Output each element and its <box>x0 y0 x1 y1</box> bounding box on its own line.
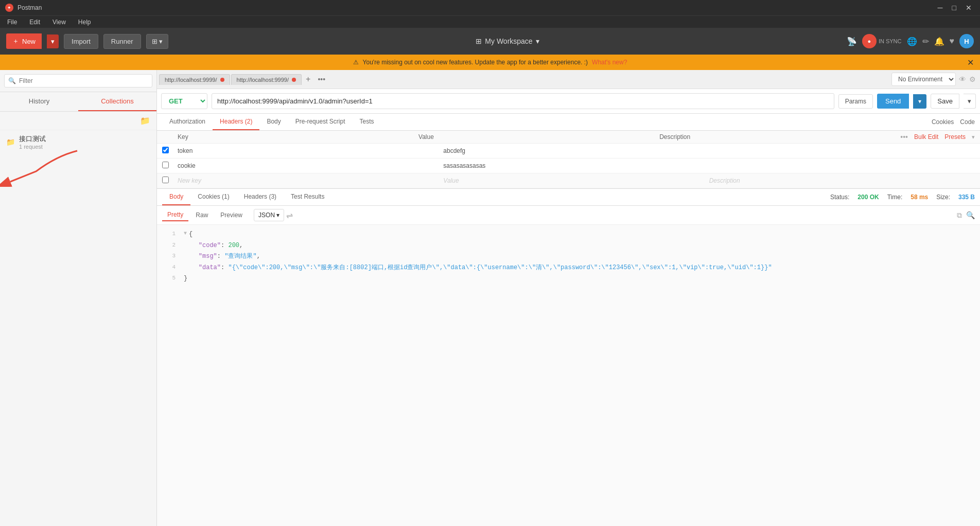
pen-icon[interactable]: ✏ <box>922 37 929 46</box>
environment-select[interactable]: No Environment <box>891 73 956 86</box>
notification-close-button[interactable]: ✕ <box>967 58 974 67</box>
send-dropdown-button[interactable]: ▾ <box>913 94 926 109</box>
toolbar-center: ⊞ My Workspace ▾ <box>173 37 842 45</box>
filter-input[interactable] <box>4 74 152 87</box>
menu-help[interactable]: Help <box>75 17 94 27</box>
send-button[interactable]: Send <box>877 94 909 109</box>
runner-button[interactable]: Runner <box>103 34 141 49</box>
add-tab-button[interactable]: + <box>303 75 313 84</box>
code-area: 1 ▼ { 2 "code": 200, 3 "msg": "查询结果", 4 … <box>157 225 980 526</box>
avatar[interactable]: H <box>959 34 974 48</box>
env-controls: No Environment 👁 ⚙ <box>887 73 980 86</box>
header-checkbox-1[interactable] <box>162 147 169 153</box>
custom-button[interactable]: ⊞ ▾ <box>146 34 169 49</box>
tab-history[interactable]: History <box>0 92 78 111</box>
response-status: Status: 200 OK Time: 58 ms Size: 335 B <box>830 194 975 201</box>
menu-view[interactable]: View <box>49 17 69 27</box>
line-content-2: "code": 200, <box>184 240 243 252</box>
response-section: Body Cookies (1) Headers (3) Test Result… <box>157 188 980 526</box>
wrap-button[interactable]: ⇌ <box>286 211 293 220</box>
bell-icon[interactable]: 🔔 <box>934 37 944 46</box>
response-tab-headers[interactable]: Headers (3) <box>237 189 284 205</box>
sidebar-actions: 📁 <box>0 112 156 130</box>
presets-button[interactable]: Presets <box>944 133 966 141</box>
notification-bar: ⚠ You're missing out on cool new feature… <box>0 55 980 70</box>
gear-icon[interactable]: ⚙ <box>969 75 976 83</box>
tab-body[interactable]: Body <box>259 114 288 130</box>
checkbox-new-col <box>162 177 178 185</box>
maximize-button[interactable]: □ <box>949 4 959 12</box>
tab-collections[interactable]: Collections <box>78 92 156 111</box>
header-actions: ••• Bulk Edit Presets ▾ <box>900 133 975 141</box>
code-link[interactable]: Code <box>960 118 975 126</box>
tab-tests[interactable]: Tests <box>352 114 381 130</box>
collection-info: 接口测试 1 request <box>19 134 150 150</box>
body-tab-pretty[interactable]: Pretty <box>162 209 188 221</box>
workspace-button[interactable]: ⊞ My Workspace ▾ <box>476 37 539 45</box>
collection-name: 接口测试 <box>19 134 150 144</box>
more-dots-icon[interactable]: ••• <box>900 133 908 141</box>
new-dropdown-button[interactable]: ▾ <box>47 34 59 48</box>
method-select[interactable]: GET <box>161 93 207 109</box>
tab-headers[interactable]: Headers (2) <box>213 114 259 130</box>
url-tabs: http://localhost:9999/ http://localhost:… <box>157 70 887 89</box>
new-label: New <box>22 38 36 45</box>
response-tab-cookies[interactable]: Cookies (1) <box>190 189 236 205</box>
response-tabs: Body Cookies (1) Headers (3) Test Result… <box>157 189 980 206</box>
response-tab-body[interactable]: Body <box>162 189 190 205</box>
menu-edit[interactable]: Edit <box>26 17 43 27</box>
titlebar-left: ✦ Postman <box>5 4 42 12</box>
tab-authorization[interactable]: Authorization <box>162 114 213 130</box>
tab-pre-request[interactable]: Pre-request Script <box>288 114 353 130</box>
eye-icon[interactable]: 👁 <box>959 75 966 83</box>
plus-icon: ＋ <box>12 37 19 46</box>
more-tabs-button[interactable]: ••• <box>314 75 328 83</box>
url-tab-2[interactable]: http://localhost:9999/ <box>231 74 302 85</box>
titlebar: ✦ Postman ─ □ ✕ <box>0 0 980 15</box>
sync-badge: ● IN SYNC <box>862 34 902 48</box>
request-bar: GET Params Send ▾ Save ▾ <box>157 89 980 114</box>
globe-icon[interactable]: 🌐 <box>907 37 917 46</box>
size-label: Size: <box>936 194 950 201</box>
line-num-4: 4 <box>161 262 176 274</box>
status-value: 200 OK <box>857 194 879 201</box>
header-key-token: token <box>178 147 443 154</box>
heart-icon[interactable]: ♥ <box>950 37 955 46</box>
line-content-4: "data": "{\"code\":200,\"msg\":\"服务来自:[8… <box>184 262 772 274</box>
request-tabs: Authorization Headers (2) Body Pre-reque… <box>157 114 980 131</box>
header-value-cookie: sasasasasasas <box>443 162 709 169</box>
params-button[interactable]: Params <box>838 94 873 109</box>
presets-arrow[interactable]: ▾ <box>972 134 975 141</box>
collapse-1[interactable]: ▼ <box>184 229 187 240</box>
header-checkbox-new[interactable] <box>162 177 169 183</box>
copy-button[interactable]: ⧉ <box>957 211 962 220</box>
header-row-cookie: cookie sasasasasasas <box>157 159 980 173</box>
satellite-icon[interactable]: 📡 <box>847 37 857 46</box>
notification-message: You're missing out on cool new features.… <box>363 59 588 66</box>
cookies-link[interactable]: Cookies <box>932 118 954 126</box>
collection-item[interactable]: 📁 接口测试 1 request <box>0 130 156 154</box>
search-icon: 🔍 <box>8 77 16 84</box>
header-key-cookie: cookie <box>178 162 443 169</box>
response-tab-test-results[interactable]: Test Results <box>284 189 331 205</box>
header-checkbox-2[interactable] <box>162 162 169 168</box>
save-dropdown-button[interactable]: ▾ <box>964 94 976 109</box>
new-folder-button[interactable]: 📁 <box>138 115 152 127</box>
new-button[interactable]: ＋ New <box>6 33 42 49</box>
format-select[interactable]: JSON ▾ <box>254 209 284 221</box>
body-tab-preview[interactable]: Preview <box>215 209 248 221</box>
import-button[interactable]: Import <box>64 34 98 49</box>
url-tab-1[interactable]: http://localhost:9999/ <box>159 74 230 85</box>
body-tab-raw[interactable]: Raw <box>190 209 213 221</box>
tab-dot-2 <box>292 78 296 82</box>
minimize-button[interactable]: ─ <box>935 4 946 12</box>
url-input[interactable] <box>212 93 834 109</box>
sidebar-content: 📁 接口测试 1 request <box>0 130 156 154</box>
menu-file[interactable]: File <box>4 17 20 27</box>
bulk-edit-button[interactable]: Bulk Edit <box>914 133 938 141</box>
save-button[interactable]: Save <box>931 94 959 109</box>
search-button[interactable]: 🔍 <box>966 211 975 220</box>
close-button[interactable]: ✕ <box>962 4 975 12</box>
whats-new-link[interactable]: What's new? <box>592 59 627 66</box>
req-tab-right: Cookies Code <box>932 118 975 126</box>
